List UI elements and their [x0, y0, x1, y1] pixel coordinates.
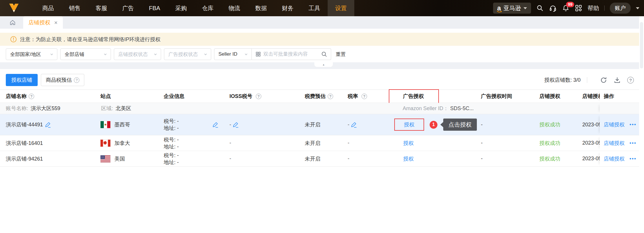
shop-name: 演示店铺-94261 — [6, 155, 43, 162]
edit-icon[interactable] — [45, 122, 51, 128]
ad-authorize-link[interactable]: 授权 — [403, 155, 414, 162]
table-row[interactable]: 演示店铺-16401 加拿大 税号: -地址: - - 未开启 - 授权 - 授… — [0, 135, 639, 151]
download-icon[interactable] — [614, 77, 621, 84]
shop-authorize-link[interactable]: 店铺授权 — [604, 121, 625, 128]
col-company-info[interactable]: 企业信息 — [162, 90, 229, 103]
filter-bar: 全部国家/地区 全部店铺 店铺授权状态 广告授权状态 Seller ID — [0, 48, 639, 60]
shop-auth-status-select[interactable]: 店铺授权状态 — [114, 48, 161, 60]
shops-table: 店铺名称 站点 企业信息 IOSS税号 税费预估 税率 广告授权 广告授权时间 … — [0, 90, 644, 167]
site-label: 墨西哥 — [114, 121, 130, 128]
app-logo-icon[interactable] — [9, 3, 19, 13]
site-cell: 美国 — [100, 151, 162, 166]
product-tax-estimate-button[interactable]: 商品税预估 — [41, 74, 84, 86]
close-icon[interactable]: × — [54, 20, 58, 26]
company-info-cell: 税号: -地址: - — [162, 135, 229, 151]
shop-auth-status-placeholder: 店铺授权状态 — [118, 51, 148, 58]
toolbar-divider — [587, 77, 587, 83]
menu-item-settings[interactable]: 设置 — [328, 0, 354, 16]
tab-shop-authorization[interactable]: 店铺授权 × — [23, 16, 63, 29]
menu-item-service[interactable]: 客服 — [88, 0, 115, 16]
col-tax-rate[interactable]: 税率 — [343, 90, 388, 103]
shop-authorize-link[interactable]: 店铺授权 — [604, 155, 625, 162]
search-box — [252, 48, 331, 60]
table-header-row: 店铺名称 站点 企业信息 IOSS税号 税费预估 税率 广告授权 广告授权时间 … — [0, 90, 639, 103]
address: 地址: - — [164, 143, 179, 150]
col-site[interactable]: 站点 — [100, 90, 162, 103]
apps-grid-icon[interactable] — [575, 4, 582, 12]
headset-icon[interactable] — [549, 4, 557, 12]
col-shop-auth[interactable]: 店铺授权 — [536, 90, 581, 103]
help-circle-icon[interactable] — [328, 94, 333, 99]
more-actions-icon[interactable] — [630, 140, 636, 146]
tax-no: 税号: - — [164, 152, 179, 159]
menu-item-finance[interactable]: 财务 — [274, 0, 301, 16]
tax-estimate-cell: 未开启 — [304, 114, 343, 135]
help-circle-icon[interactable] — [29, 94, 34, 99]
search-input[interactable] — [263, 51, 319, 57]
step-badge: 1 — [430, 121, 437, 129]
col-shop-name[interactable]: 店铺名称 — [0, 90, 100, 103]
canada-flag — [101, 140, 110, 147]
account-chevron-down-icon[interactable] — [636, 7, 639, 9]
navbar-right: a 亚马逊 99 帮助 账户 — [493, 3, 644, 14]
magnifier-icon[interactable] — [321, 51, 327, 57]
chevron-down-icon — [523, 7, 527, 9]
more-actions-icon[interactable] — [630, 122, 636, 128]
marketplace-selector[interactable]: a 亚马逊 — [493, 3, 531, 14]
reset-button[interactable]: 重置 — [336, 51, 346, 58]
more-actions-icon[interactable] — [630, 156, 636, 162]
menu-item-logistics[interactable]: 物流 — [221, 0, 248, 16]
home-tab[interactable] — [6, 16, 19, 29]
col-tax-estimate[interactable]: 税费预估 — [304, 90, 343, 103]
ioss-cell: - — [229, 114, 304, 135]
menu-item-data[interactable]: 数据 — [248, 0, 274, 16]
ad-authorize-link[interactable]: 授权 — [403, 140, 414, 147]
shop-count-label: 授权店铺数: — [544, 77, 572, 83]
tab-bar: 店铺授权 × — [0, 16, 644, 29]
help-link[interactable]: 帮助 — [588, 4, 599, 12]
col-ad-auth-time[interactable]: 广告授权时间 — [472, 90, 536, 103]
menu-item-purchase[interactable]: 采购 — [168, 0, 194, 16]
scrollbar-thumb[interactable] — [640, 22, 643, 68]
account-button[interactable]: 账户 — [610, 3, 631, 14]
edit-icon[interactable] — [351, 122, 357, 128]
help-circle-icon[interactable] — [627, 77, 634, 83]
col-actions[interactable]: 操作 — [600, 90, 639, 103]
warning-text: 注意：为防止关联，请在亚马逊店铺常用网络IP环境进行授权 — [20, 36, 160, 43]
help-circle-icon[interactable] — [362, 94, 367, 99]
menu-item-fba[interactable]: FBA — [141, 0, 168, 16]
edit-icon[interactable] — [212, 122, 218, 128]
address: 地址: - — [164, 125, 179, 132]
account-name: 账号名称:演示大区559 — [6, 105, 60, 112]
notifications-bell-icon[interactable]: 99 — [562, 4, 570, 12]
refresh-icon[interactable] — [600, 77, 607, 84]
help-circle-icon[interactable] — [74, 77, 79, 83]
menu-item-sales[interactable]: 销售 — [61, 0, 88, 16]
shop-select[interactable]: 全部店铺 — [60, 48, 111, 60]
search-type-select[interactable]: Seller ID — [214, 48, 252, 60]
authorize-shop-button[interactable]: 授权店铺 — [6, 74, 38, 86]
shop-authorize-link[interactable]: 店铺授权 — [604, 140, 625, 147]
tab-label: 店铺授权 — [28, 19, 50, 26]
search-icon[interactable] — [536, 4, 544, 12]
col-ioss[interactable]: IOSS税号 — [229, 90, 304, 103]
col-ad-auth[interactable]: 广告授权 — [388, 90, 472, 103]
menu-item-tools[interactable]: 工具 — [301, 0, 328, 16]
shop-auth-status: 授权成功 — [536, 151, 581, 166]
shop-name-cell: 演示店铺-16401 — [0, 135, 100, 151]
country-region-select[interactable]: 全部国家/地区 — [6, 48, 57, 60]
table-row[interactable]: 演示店铺-94261 美国 税号: -地址: - - 未开启 - 授权 - 授权… — [0, 151, 639, 167]
menu-item-warehouse[interactable]: 仓库 — [194, 0, 221, 16]
collapse-filters-handle[interactable] — [314, 62, 333, 67]
region: 区域:北美区 — [101, 105, 131, 112]
menu-item-products[interactable]: 商品 — [35, 0, 61, 16]
edit-icon[interactable] — [233, 122, 239, 128]
ad-auth-status-select[interactable]: 广告授权状态 — [164, 48, 211, 60]
menu-item-ads[interactable]: 广告 — [115, 0, 141, 16]
batch-search-icon[interactable] — [255, 51, 261, 57]
scrollbar-track[interactable] — [639, 16, 644, 233]
table-row[interactable]: 演示店铺-44491 墨西哥 税号: -地址: - - 未开启 - — [0, 114, 639, 135]
ad-authorize-link[interactable]: 授权 — [404, 121, 415, 128]
help-circle-icon[interactable] — [256, 94, 261, 99]
actions-cell: 店铺授权 — [600, 135, 639, 151]
